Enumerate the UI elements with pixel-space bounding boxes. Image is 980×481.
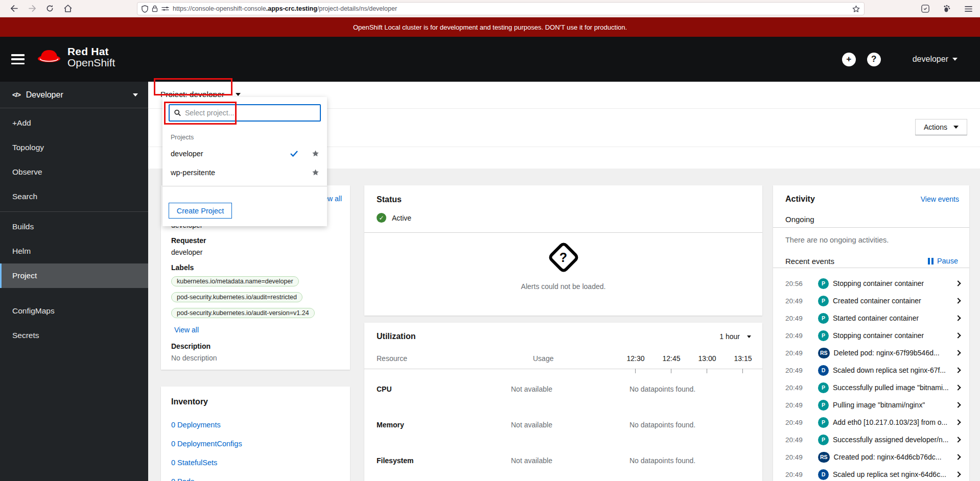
home-icon[interactable] — [60, 2, 76, 15]
project-options: developer wp-persitente — [162, 144, 327, 182]
event-row[interactable]: 20:49 P Successfully pulled image "bitna… — [773, 379, 969, 396]
footprint-extension-icon[interactable] — [939, 2, 954, 15]
favorite-star-icon[interactable] — [312, 150, 319, 157]
duration-select[interactable]: 1 hour — [719, 332, 751, 341]
event-row[interactable]: 20:49 P Pulling image "bitnami/nginx" — [773, 396, 969, 414]
masthead: Red Hat OpenShift + ? developer — [0, 37, 980, 82]
bookmark-star-icon[interactable] — [852, 5, 860, 13]
labels-view-all-link[interactable]: View all — [174, 326, 199, 334]
status-row: ✓ Active — [377, 213, 411, 223]
nav-toggle-icon[interactable] — [11, 54, 25, 64]
details-body: developer Requester developer Labels kub… — [171, 221, 342, 366]
label-chip: pod-security.kubernetes.io/audit=restric… — [171, 292, 302, 302]
resource-usage: Not available — [511, 421, 552, 429]
event-row[interactable]: 20:49 P Created container container — [773, 292, 969, 309]
event-time: 20:49 — [785, 453, 808, 461]
event-row[interactable]: 20:56 P Stopping container container — [773, 275, 969, 292]
event-message: Stopping container container — [833, 331, 924, 340]
resource-kind-badge: P — [818, 435, 829, 445]
sidebar-item[interactable]: +Add — [0, 111, 148, 135]
labels-list: kubernetes.io/metadata.name=developerpod… — [171, 275, 342, 323]
sidebar-item[interactable]: Topology — [0, 135, 148, 160]
event-row[interactable]: 20:49 P Started container container — [773, 309, 969, 327]
sidebar-item[interactable]: Project — [0, 263, 148, 288]
lock-icon[interactable] — [152, 5, 158, 12]
inventory-link[interactable]: 0 Pods — [171, 472, 242, 481]
chevron-right-icon — [955, 471, 961, 477]
utilization-card: Utilization 1 hour Resource Usage 12:301… — [364, 323, 762, 481]
project-option[interactable]: wp-persitente — [162, 163, 327, 182]
sidebar-item[interactable]: Helm — [0, 239, 148, 263]
chevron-down-icon — [952, 58, 958, 61]
extension-shield-icon[interactable] — [918, 2, 933, 15]
inventory-link[interactable]: 0 Deployments — [171, 415, 242, 434]
event-row[interactable]: 20:49 D Scaled up replica set nginx-64d6… — [773, 466, 969, 481]
time-axis: 12:3012:4513:0013:15 — [609, 354, 762, 365]
sidebar-item[interactable]: Builds — [0, 214, 148, 239]
resource-kind-badge: P — [818, 278, 829, 289]
back-icon[interactable] — [6, 2, 21, 15]
sidebar-item[interactable]: Observe — [0, 160, 148, 184]
project-search-box[interactable] — [169, 104, 321, 122]
banner-text: OpenShift Local cluster is for developme… — [353, 23, 627, 31]
inventory-link[interactable]: 0 DeploymentConfigs — [171, 434, 242, 453]
brand-logo[interactable]: Red Hat OpenShift — [36, 46, 115, 68]
masthead-toolbar: + ? developer — [842, 37, 980, 82]
check-circle-icon: ✓ — [377, 213, 386, 223]
event-message: Started container container — [833, 314, 919, 322]
utilization-rows: CPU Not available No datapoints found. M… — [364, 373, 762, 480]
time-tick-label: 12:30 — [620, 354, 651, 363]
projects-group-label: Projects — [162, 127, 327, 144]
chevron-right-icon — [955, 298, 961, 303]
selected-check-icon — [290, 151, 298, 157]
user-menu[interactable]: developer — [913, 55, 958, 64]
utilization-header-row: Resource Usage 12:3012:4513:0013:15 — [364, 351, 762, 369]
help-icon[interactable]: ? — [867, 53, 881, 66]
pause-events-button[interactable]: Pause — [928, 257, 958, 265]
sidebar-nav: </> Developer +AddTopologyObserveSearch … — [0, 82, 148, 481]
permissions-icon[interactable] — [161, 6, 169, 11]
event-message: Pulling image "bitnami/nginx" — [833, 401, 925, 409]
event-message: Scaled down replica set nginx-67f... — [833, 366, 946, 374]
project-option[interactable]: developer — [162, 144, 327, 163]
events-list: 20:56 P Stopping container container 20:… — [773, 275, 969, 481]
chevron-right-icon — [955, 454, 961, 460]
event-time: 20:49 — [785, 471, 808, 478]
event-time: 20:49 — [785, 332, 808, 340]
view-events-link[interactable]: View events — [921, 195, 959, 203]
project-search-input[interactable] — [185, 109, 315, 117]
inventory-link[interactable]: 0 StatefulSets — [171, 453, 242, 472]
brand-text: Red Hat OpenShift — [67, 46, 115, 68]
chevron-right-icon — [955, 367, 961, 373]
sidebar-item[interactable]: Search — [0, 184, 148, 209]
divider — [162, 186, 327, 186]
favorite-star-icon[interactable] — [312, 169, 319, 176]
actions-button[interactable]: Actions — [915, 119, 967, 135]
resource-datapoints: No datapoints found. — [629, 456, 695, 465]
event-row[interactable]: 20:49 RS Deleted pod: nginx-67f99b546d..… — [773, 344, 969, 362]
url-bar[interactable]: https://console-openshift-console.apps-c… — [137, 2, 865, 15]
resource-kind-badge: P — [818, 330, 829, 341]
quick-create-icon[interactable]: + — [842, 53, 856, 66]
event-row[interactable]: 20:49 P Add eth0 [10.217.0.103/23] from … — [773, 414, 969, 431]
divider — [364, 369, 762, 369]
perspective-switcher[interactable]: </> Developer — [0, 82, 148, 108]
event-message: Created container container — [833, 297, 921, 305]
shield-icon[interactable] — [142, 5, 148, 13]
sidebar-item[interactable]: Secrets — [0, 323, 148, 348]
event-time: 20:49 — [785, 419, 808, 426]
chevron-right-icon — [955, 384, 961, 390]
cluster-warning-banner: OpenShift Local cluster is for developme… — [0, 17, 980, 37]
forward-icon[interactable] — [25, 2, 40, 15]
sidebar-item[interactable]: ConfigMaps — [0, 299, 148, 323]
no-ongoing-message: There are no ongoing activities. — [785, 236, 889, 244]
reload-icon[interactable] — [42, 2, 57, 15]
description-value: No description — [171, 354, 342, 362]
event-row[interactable]: 20:49 P Successfully assigned developer/… — [773, 431, 969, 448]
event-row[interactable]: 20:49 RS Created pod: nginx-64d6cb76dc..… — [773, 448, 969, 466]
time-tick-label: 13:00 — [692, 354, 722, 363]
browser-menu-icon[interactable] — [961, 2, 976, 15]
event-row[interactable]: 20:49 P Stopping container container — [773, 327, 969, 344]
create-project-button[interactable]: Create Project — [169, 203, 232, 219]
event-row[interactable]: 20:49 D Scaled down replica set nginx-67… — [773, 362, 969, 379]
